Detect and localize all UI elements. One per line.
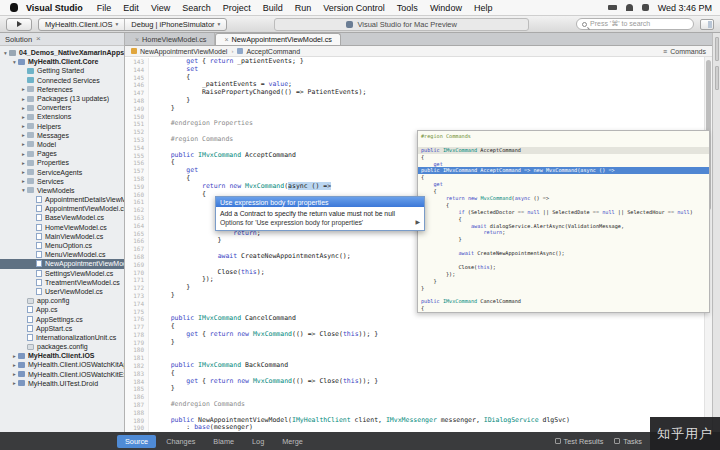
menu-view[interactable]: View	[145, 3, 176, 13]
chevron-right-icon[interactable]: ▸	[11, 380, 18, 386]
run-button[interactable]	[6, 18, 32, 31]
code-line[interactable]: }	[155, 385, 702, 393]
tab-newappointmentviewmodel-cs[interactable]: ×NewAppointmentViewModel.cs	[215, 33, 341, 45]
tree-item-appstart-cs[interactable]: AppStart.cs	[0, 324, 124, 333]
button-tasks[interactable]: Tasks	[614, 437, 642, 446]
code-line[interactable]: get { return new MvxCommand(() => Close(…	[155, 378, 702, 386]
tree-item-userviewmodel-cs[interactable]: UserViewModel.cs	[0, 287, 124, 296]
tree-item-references[interactable]: ▸References	[0, 85, 124, 94]
code-fix-title[interactable]: Use expression body for properties	[216, 197, 424, 207]
chevron-right-icon[interactable]: ▸	[20, 132, 27, 138]
close-icon[interactable]: ×	[36, 35, 41, 43]
menu-help[interactable]: Help	[468, 3, 499, 13]
tree-item-baseviewmodel-cs[interactable]: BaseViewModel.cs	[0, 213, 124, 222]
tree-item-appointmentdetailsviewmodel-cs[interactable]: AppointmentDetailsViewModel.cs	[0, 195, 124, 204]
code-line[interactable]: RaisePropertyChanged(() => PatientEvents…	[155, 89, 702, 97]
tree-item-model[interactable]: ▸Model	[0, 140, 124, 149]
tree-item-messages[interactable]: ▸Messages	[0, 131, 124, 140]
tree-item-internationalizationunit-cs[interactable]: InternationalizationUnit.cs	[0, 333, 124, 342]
menu-build[interactable]: Build	[257, 3, 289, 13]
code-line[interactable]: get { return new MvxCommand(() => Close(…	[155, 331, 702, 339]
tree-item-myhealth-client-ioswatchkitapp[interactable]: ▸MyHealth.Client.iOSWatchKitApp	[0, 360, 124, 369]
tree-item-properties[interactable]: ▸Properties	[0, 158, 124, 167]
tree-item-packages-13-updates[interactable]: ▸Packages (13 updates)	[0, 94, 124, 103]
code-line[interactable]: #endregion Commands	[155, 401, 702, 409]
chevron-down-icon[interactable]: ▾	[11, 59, 18, 65]
code-line[interactable]: }	[155, 339, 702, 347]
menu-run[interactable]: Run	[289, 3, 318, 13]
right-dock-tab[interactable]	[715, 37, 719, 61]
tree-item-appsettings-cs[interactable]: AppSettings.cs	[0, 314, 124, 323]
chevron-right-icon[interactable]: ▸	[20, 114, 27, 120]
chevron-right-icon[interactable]: ▸	[11, 353, 18, 359]
tree-item-newappointmentviewmodel-cs[interactable]: NewAppointmentViewModel.cs	[0, 259, 124, 268]
bottom-tab-source[interactable]: Source	[117, 435, 156, 448]
button-test-results[interactable]: Test Results	[555, 437, 604, 446]
breadcrumb-item-acceptcommand[interactable]: AcceptCommand	[237, 48, 300, 55]
tree-item-extensions[interactable]: ▸Extensions	[0, 112, 124, 121]
panel-toggle-icon[interactable]	[700, 19, 714, 30]
search-input[interactable]: Press '⌘' to search	[576, 18, 694, 30]
chevron-right-icon[interactable]: ▸	[20, 96, 27, 102]
tree-item-menuoption-cs[interactable]: MenuOption.cs	[0, 241, 124, 250]
chevron-right-icon[interactable]: ▸	[20, 141, 27, 147]
tree-item-serviceagents[interactable]: ▸ServiceAgents	[0, 167, 124, 176]
tree-item-converters[interactable]: ▸Converters	[0, 103, 124, 112]
chevron-right-icon[interactable]: ▸	[11, 371, 18, 377]
chevron-right-icon[interactable]: ▸	[20, 178, 27, 184]
tree-item-mainviewmodel-cs[interactable]: MainViewModel.cs	[0, 232, 124, 241]
breadcrumb-item-newappointmentviewmodel[interactable]: NewAppointmentViewModel	[131, 48, 227, 55]
tree-item-helpers[interactable]: ▸Helpers	[0, 122, 124, 131]
code-line[interactable]: set	[155, 66, 702, 74]
chevron-right-icon[interactable]: ▸	[20, 123, 27, 129]
menu-edit[interactable]: Edit	[117, 3, 145, 13]
chevron-right-icon[interactable]: ▸	[20, 86, 27, 92]
chevron-right-icon[interactable]: ▸	[20, 169, 27, 175]
tree-item-connected-services[interactable]: Connected Services	[0, 76, 124, 85]
apple-icon[interactable]	[10, 3, 18, 12]
bottom-tab-merge[interactable]: Merge	[274, 435, 311, 448]
battery-icon[interactable]	[608, 5, 617, 10]
commands-dropdown[interactable]: ≡ Commands	[663, 48, 706, 55]
tree-item-homeviewmodel-cs[interactable]: HomeViewModel.cs	[0, 223, 124, 232]
menu-version-control[interactable]: Version Control	[317, 3, 391, 13]
code-line[interactable]: : base(messenger)	[155, 424, 702, 432]
tree-item-menuviewmodel-cs[interactable]: MenuViewModel.cs	[0, 250, 124, 259]
configuration-select[interactable]: Debug | iPhoneSimulator ▾	[124, 19, 226, 30]
bottom-tab-changes[interactable]: Changes	[158, 435, 203, 448]
code-line[interactable]: public IMvxCommand BackCommand	[155, 362, 702, 370]
code-line[interactable]	[155, 346, 702, 354]
bottom-tab-log[interactable]: Log	[244, 435, 272, 448]
code-line[interactable]: get { return _patientEvents; }	[155, 58, 702, 66]
tree-item-settingsviewmodel-cs[interactable]: SettingsViewModel.cs	[0, 269, 124, 278]
wifi-icon[interactable]	[626, 4, 633, 11]
chevron-right-icon[interactable]: ▸	[20, 105, 27, 111]
chevron-down-icon[interactable]: ▾	[2, 50, 9, 56]
tree-item-pages[interactable]: ▸Pages	[0, 149, 124, 158]
code-line[interactable]: public IMvxCommand CancelCommand	[155, 315, 702, 323]
tree-item-viewmodels[interactable]: ▾ViewModels	[0, 186, 124, 195]
tree-item-myhealth-client-ios[interactable]: ▸MyHealth.Client.iOS	[0, 351, 124, 360]
target-select[interactable]: MyHealth.Client.iOS ▾	[39, 19, 124, 30]
spotlight-icon[interactable]	[642, 4, 649, 11]
close-tab-icon[interactable]: ×	[224, 36, 228, 43]
chevron-down-icon[interactable]: ▾	[20, 187, 27, 193]
solution-pad-header[interactable]: Solution ×	[0, 33, 124, 46]
tree-item-app-config[interactable]: app.config	[0, 296, 124, 305]
menu-window[interactable]: Window	[424, 3, 468, 13]
tab-homeviewmodel-cs[interactable]: ×HomeViewModel.cs	[127, 33, 215, 45]
menu-file[interactable]: File	[91, 3, 118, 13]
code-line[interactable]: }	[155, 105, 702, 113]
chevron-right-icon[interactable]: ▸	[11, 362, 18, 368]
tree-item-04-demos-nativexamarinapps-master[interactable]: ▾04_Demos_NativeXamarinApps (master)	[0, 48, 124, 57]
menu-project[interactable]: Project	[217, 3, 257, 13]
tree-item-treatmentviewmodel-cs[interactable]: TreatmentViewModel.cs	[0, 278, 124, 287]
menu-search[interactable]: Search	[176, 3, 217, 13]
code-line[interactable]: #endregion Properties	[155, 120, 702, 128]
tree-item-myhealth-uitest-droid[interactable]: ▸MyHealth.UITest.Droid	[0, 379, 124, 388]
menu-app-name[interactable]: Visual Studio	[24, 3, 91, 13]
tree-item-myhealth-client-core[interactable]: ▾MyHealth.Client.Core	[0, 57, 124, 66]
tree-item-getting-started[interactable]: Getting Started	[0, 66, 124, 75]
close-tab-icon[interactable]: ×	[135, 36, 139, 43]
menubar-clock[interactable]: Wed 3:46 PM	[658, 3, 712, 13]
